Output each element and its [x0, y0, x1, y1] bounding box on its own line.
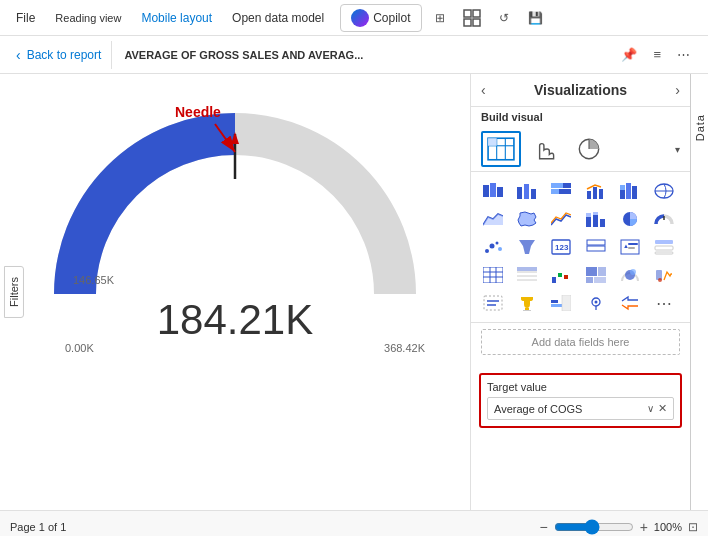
svg-rect-68 — [586, 267, 597, 276]
viz-icon-pinmap[interactable] — [582, 290, 610, 316]
needle-label: Needle — [175, 104, 221, 120]
filters-tab[interactable]: Filters — [4, 266, 24, 318]
svg-rect-82 — [551, 304, 563, 307]
viz-icon-map[interactable] — [650, 178, 678, 204]
zoom-slider[interactable] — [554, 519, 634, 535]
viz-icon-stacked-bar[interactable] — [479, 178, 507, 204]
add-data-fields-placeholder[interactable]: Add data fields here — [481, 329, 680, 355]
viz-icon-table[interactable] — [481, 131, 521, 167]
target-value-dropdown[interactable]: Average of COGS ∨ ✕ — [487, 397, 674, 420]
save-icon[interactable]: 💾 — [524, 6, 548, 30]
viz-icon-gauge[interactable] — [650, 206, 678, 232]
svg-rect-71 — [594, 277, 606, 283]
svg-rect-55 — [655, 252, 673, 254]
svg-rect-24 — [593, 187, 597, 199]
zoom-in-icon[interactable]: + — [640, 519, 648, 535]
svg-rect-29 — [632, 186, 637, 199]
viz-icon-filled-map[interactable] — [513, 206, 541, 232]
more-options-icon[interactable]: ⋯ — [673, 45, 694, 64]
viz-icon-matrix[interactable] — [513, 262, 541, 288]
viz-icon-funnel[interactable] — [513, 234, 541, 260]
viz-icon-waterfall[interactable] — [547, 262, 575, 288]
svg-rect-83 — [562, 295, 571, 311]
menu-bar: File Reading view Mobile layout Open dat… — [0, 0, 708, 36]
svg-rect-67 — [564, 275, 568, 279]
back-arrow-icon: ‹ — [16, 47, 21, 63]
viz-icon-kpi[interactable]: ▲ — [616, 234, 644, 260]
viz-icon-grid: 123 ▲ — [471, 172, 690, 323]
svg-point-73 — [630, 269, 636, 275]
svg-line-5 — [215, 124, 235, 152]
layout-icon[interactable] — [460, 6, 484, 30]
page-indicator: Page 1 of 1 — [10, 521, 66, 533]
target-dropdown-clear[interactable]: ✕ — [658, 402, 667, 415]
menu-mobile-layout[interactable]: Mobile layout — [133, 7, 220, 29]
svg-rect-17 — [524, 184, 529, 199]
svg-point-43 — [498, 247, 502, 251]
viz-icon-stacked-column[interactable] — [582, 206, 610, 232]
viz-collapse-left[interactable]: ‹ — [481, 82, 486, 98]
svg-rect-66 — [558, 273, 562, 277]
viz-icon-line-bar[interactable] — [582, 178, 610, 204]
copilot-icon — [351, 9, 369, 27]
fit-page-icon[interactable]: ⊡ — [688, 520, 698, 534]
copilot-label: Copilot — [373, 11, 410, 25]
viz-icon-slicer[interactable] — [650, 234, 678, 260]
menu-file[interactable]: File — [8, 7, 43, 29]
visualizations-panel: ‹ Visualizations › Build visual — [470, 74, 690, 510]
back-to-report-btn[interactable]: ‹ Back to report — [6, 41, 112, 69]
filter-list-icon[interactable]: ≡ — [649, 45, 665, 64]
viz-icon-trophy[interactable] — [513, 290, 541, 316]
viz-type-chevron[interactable]: ▾ — [675, 144, 680, 155]
viz-icon-table-chart[interactable] — [479, 262, 507, 288]
viz-icon-text[interactable] — [479, 290, 507, 316]
menu-reading-view[interactable]: Reading view — [47, 8, 129, 28]
view-icon[interactable]: ⊞ — [428, 6, 452, 30]
viz-icon-scatter[interactable] — [479, 234, 507, 260]
viz-icon-card[interactable]: 123 — [547, 234, 575, 260]
svg-rect-54 — [655, 246, 673, 250]
viz-icon-column[interactable] — [513, 178, 541, 204]
viz-icon-format[interactable] — [525, 131, 565, 167]
svg-rect-22 — [551, 189, 559, 194]
viz-icon-pie[interactable] — [616, 206, 644, 232]
viz-icon-multirow-card[interactable] — [582, 234, 610, 260]
svg-rect-33 — [586, 217, 591, 227]
viz-icon-100-bar[interactable] — [547, 178, 575, 204]
viz-icon-line-chart[interactable] — [547, 206, 575, 232]
svg-rect-81 — [551, 300, 558, 303]
main-area: Filters 146.65K Needle — [0, 74, 708, 510]
viz-icon-filled-chart[interactable] — [616, 262, 644, 288]
gauge-mid-label: 146.65K — [73, 274, 115, 286]
svg-rect-10 — [488, 138, 497, 146]
viz-icon-ribbon[interactable] — [616, 178, 644, 204]
refresh-icon[interactable]: ↺ — [492, 6, 516, 30]
zoom-area: − + 100% ⊡ — [539, 519, 698, 535]
copilot-button[interactable]: Copilot — [340, 4, 421, 32]
gauge-chart: 146.65K Needle 184.21K 0.00K — [35, 94, 435, 354]
svg-rect-80 — [523, 310, 531, 311]
viz-icon-more[interactable]: ⋯ — [650, 290, 678, 316]
viz-collapse-right[interactable]: › — [675, 82, 680, 98]
data-tab[interactable]: Data — [690, 74, 708, 510]
viz-icon-custom[interactable] — [650, 262, 678, 288]
svg-rect-15 — [497, 187, 503, 197]
chart-title: AVERAGE OF GROSS SALES AND AVERAG... — [112, 49, 609, 61]
zoom-level: 100% — [654, 521, 682, 533]
menu-open-data-model[interactable]: Open data model — [224, 7, 332, 29]
gauge-value: 184.21K — [157, 296, 313, 344]
svg-rect-76 — [484, 296, 502, 310]
target-dropdown-chevron[interactable]: ∨ — [647, 403, 654, 414]
target-value-text: Average of COGS — [494, 403, 582, 415]
viz-icon-double-arrow[interactable] — [616, 290, 644, 316]
zoom-out-icon[interactable]: − — [539, 519, 547, 535]
pin-icon[interactable]: 📌 — [617, 45, 641, 64]
viz-icon-area[interactable] — [479, 206, 507, 232]
viz-icon-analytics[interactable] — [569, 131, 609, 167]
svg-rect-56 — [483, 267, 503, 283]
viz-icon-treemap[interactable] — [582, 262, 610, 288]
sub-toolbar: ‹ Back to report AVERAGE OF GROSS SALES … — [0, 36, 708, 74]
viz-icon-bar-group[interactable] — [547, 290, 575, 316]
svg-text:123: 123 — [555, 243, 569, 252]
svg-rect-28 — [626, 183, 631, 199]
